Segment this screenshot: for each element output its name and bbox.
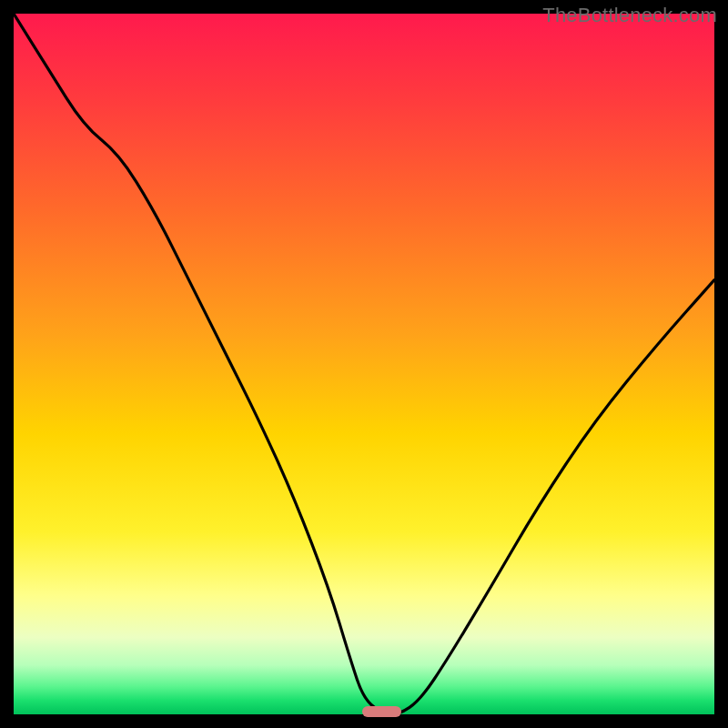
watermark-text: TheBottleneck.com: [542, 4, 717, 27]
optimal-zone-marker: [362, 706, 401, 717]
bottleneck-curve: [14, 14, 714, 714]
chart-frame: TheBottleneck.com: [0, 0, 728, 728]
plot-area: [14, 14, 714, 714]
